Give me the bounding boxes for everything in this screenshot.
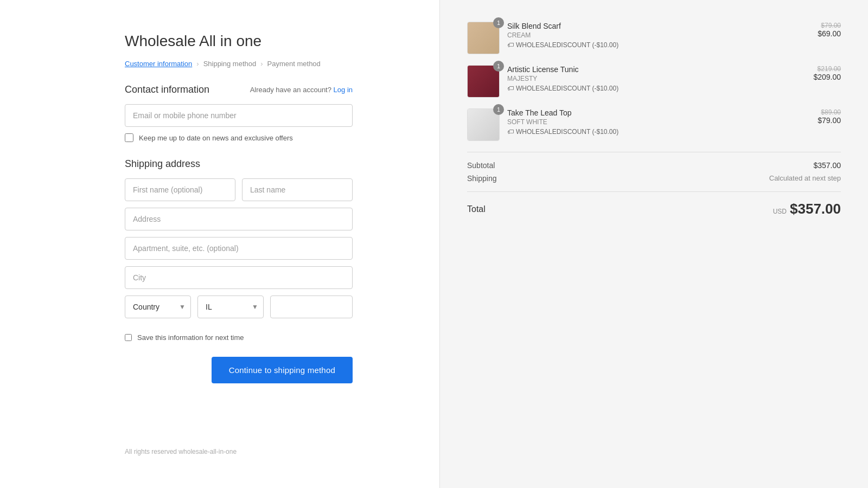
continue-to-shipping-button[interactable]: Continue to shipping method xyxy=(212,357,353,383)
city-input[interactable] xyxy=(125,266,353,289)
item-discount-label-1: WHOLESALEDISCOUNT (-$10.00) xyxy=(516,41,618,49)
address-input[interactable] xyxy=(125,208,353,230)
item-discount-1: 🏷 WHOLESALEDISCOUNT (-$10.00) xyxy=(507,41,810,49)
breadcrumb-separator-1: › xyxy=(196,60,199,68)
state-select[interactable]: IL CA NY TX xyxy=(197,296,264,318)
country-select[interactable]: Country United States Canada xyxy=(125,296,191,318)
save-info-row: Save this information for next time xyxy=(125,333,353,342)
item-discount-2: 🏷 WHOLESALEDISCOUNT (-$10.00) xyxy=(507,85,806,92)
apartment-input[interactable] xyxy=(125,237,353,260)
order-item-2: 1 Artistic License Tunic MAJESTY 🏷 WHOLE… xyxy=(467,65,841,98)
item-image-wrapper-3: 1 xyxy=(467,108,500,141)
footer-text: All rights reserved wholesale-all-in-one xyxy=(125,415,353,455)
item-discount-3: 🏷 WHOLESALEDISCOUNT (-$10.00) xyxy=(507,128,810,136)
save-info-checkbox[interactable] xyxy=(125,334,132,341)
item-details-1: Silk Blend Scarf CREAM 🏷 WHOLESALEDISCOU… xyxy=(507,22,810,49)
item-discount-label-3: WHOLESALEDISCOUNT (-$10.00) xyxy=(516,128,618,136)
total-value-wrapper: USD $357.00 xyxy=(773,201,841,217)
item-quantity-badge-1: 1 xyxy=(493,17,504,28)
shipping-calculated-value: Calculated at next step xyxy=(769,174,841,183)
shipping-row: Shipping Calculated at next step xyxy=(467,174,841,183)
total-row: Total USD $357.00 xyxy=(467,191,841,217)
item-prices-3: $89.00 $79.00 xyxy=(818,108,841,125)
subtotal-value: $357.00 xyxy=(813,161,841,170)
order-item-3: 1 Take The Lead Top SOFT WHITE 🏷 WHOLESA… xyxy=(467,108,841,141)
newsletter-label[interactable]: Keep me up to date on news and exclusive… xyxy=(139,134,293,142)
item-original-price-1: $79.00 xyxy=(818,22,841,29)
total-currency: USD xyxy=(773,208,787,215)
item-image-wrapper-1: 1 xyxy=(467,22,500,54)
order-item-1: 1 Silk Blend Scarf CREAM 🏷 WHOLESALEDISC… xyxy=(467,22,841,54)
save-info-label[interactable]: Save this information for next time xyxy=(137,333,244,342)
item-name-2: Artistic License Tunic xyxy=(507,65,806,74)
total-label: Total xyxy=(467,204,486,214)
newsletter-checkbox[interactable] xyxy=(125,133,133,142)
breadcrumb: Customer information › Shipping method ›… xyxy=(125,60,353,68)
item-name-3: Take The Lead Top xyxy=(507,108,810,117)
state-row: Country United States Canada ▼ IL CA NY … xyxy=(125,296,353,318)
item-original-price-3: $89.00 xyxy=(818,108,841,116)
item-discounted-price-3: $79.00 xyxy=(818,116,841,125)
country-select-wrapper: Country United States Canada ▼ xyxy=(125,296,191,318)
shipping-section-title: Shipping address xyxy=(125,158,353,170)
login-prompt-text: Already have an account? xyxy=(250,86,331,94)
subtotal-row: Subtotal $357.00 xyxy=(467,161,841,170)
item-quantity-badge-2: 1 xyxy=(493,61,504,72)
city-row xyxy=(125,266,353,289)
item-prices-2: $219.00 $209.00 xyxy=(813,65,841,81)
subtotal-label: Subtotal xyxy=(467,161,495,170)
shipping-section: Shipping address Country United States C… xyxy=(125,158,353,325)
item-discount-label-2: WHOLESALEDISCOUNT (-$10.00) xyxy=(516,85,618,92)
tunic-thumbnail xyxy=(468,66,499,97)
item-details-2: Artistic License Tunic MAJESTY 🏷 WHOLESA… xyxy=(507,65,806,92)
total-amount: $357.00 xyxy=(790,201,841,217)
login-link[interactable]: Log in xyxy=(334,86,353,94)
name-row xyxy=(125,178,353,201)
item-discounted-price-2: $209.00 xyxy=(813,73,841,81)
breadcrumb-separator-2: › xyxy=(260,60,263,68)
apartment-row xyxy=(125,237,353,260)
login-prompt-wrapper: Already have an account? Log in xyxy=(250,86,353,94)
breadcrumb-payment: Payment method xyxy=(267,60,321,68)
item-variant-3: SOFT WHITE xyxy=(507,118,810,126)
first-name-input[interactable] xyxy=(125,178,235,201)
order-divider xyxy=(467,152,841,152)
left-panel: Wholesale All in one Customer informatio… xyxy=(0,0,439,488)
address-row xyxy=(125,208,353,230)
item-image-wrapper-2: 1 xyxy=(467,65,500,98)
breadcrumb-customer-info[interactable]: Customer information xyxy=(125,60,192,68)
last-name-input[interactable] xyxy=(242,178,353,201)
tag-icon-2: 🏷 xyxy=(507,85,514,92)
continue-btn-row: Continue to shipping method xyxy=(125,357,353,383)
store-title: Wholesale All in one xyxy=(125,33,353,50)
right-panel: 1 Silk Blend Scarf CREAM 🏷 WHOLESALEDISC… xyxy=(439,0,868,488)
tag-icon-1: 🏷 xyxy=(507,41,514,49)
breadcrumb-shipping: Shipping method xyxy=(203,60,257,68)
item-details-3: Take The Lead Top SOFT WHITE 🏷 WHOLESALE… xyxy=(507,108,810,136)
newsletter-row: Keep me up to date on news and exclusive… xyxy=(125,133,353,142)
item-discounted-price-1: $69.00 xyxy=(818,29,841,38)
item-variant-1: CREAM xyxy=(507,31,810,39)
contact-section-title: Contact information xyxy=(125,84,209,95)
contact-header: Contact information Already have an acco… xyxy=(125,84,353,95)
item-quantity-badge-3: 1 xyxy=(493,104,504,115)
state-select-wrapper: IL CA NY TX ▼ xyxy=(197,296,264,318)
item-variant-2: MAJESTY xyxy=(507,75,806,82)
email-input[interactable] xyxy=(125,104,353,127)
top-thumbnail xyxy=(468,109,499,140)
item-name-1: Silk Blend Scarf xyxy=(507,22,810,30)
item-prices-1: $79.00 $69.00 xyxy=(818,22,841,38)
shipping-label: Shipping xyxy=(467,174,497,183)
scarf-thumbnail xyxy=(468,22,499,54)
tag-icon-3: 🏷 xyxy=(507,128,514,136)
zip-input[interactable]: 90210 xyxy=(270,296,353,318)
item-original-price-2: $219.00 xyxy=(813,65,841,73)
